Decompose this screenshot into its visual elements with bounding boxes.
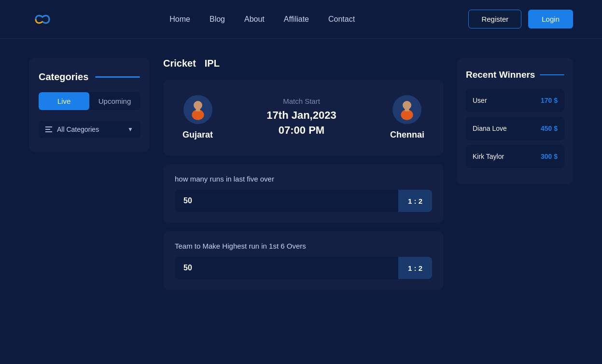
winner-name-3: Kirk Taylor [473,153,504,160]
team1-block: Gujarat [182,95,213,140]
sport-tag-cricket[interactable]: Cricket [163,58,196,69]
winner-row-3: Kirk Taylor 300 $ [466,145,564,168]
bet-odds-1: 1 : 2 [398,190,432,212]
bet-odds-2: 1 : 2 [398,257,432,279]
sport-tags: Cricket IPL [163,58,444,69]
tab-buttons: Live Upcoming [39,92,140,110]
svg-rect-3 [196,109,200,111]
dropdown-label: All Categories [57,126,99,133]
bet-row-2[interactable]: 50 1 : 2 [175,257,432,279]
register-button[interactable]: Register [468,10,521,28]
main-nav: Home Blog About Affiliate Contact [169,15,355,24]
bet-row-1[interactable]: 50 1 : 2 [175,190,432,212]
header-buttons: Register Login [468,10,573,28]
winner-amount-2: 450 $ [541,125,558,132]
winner-amount-3: 300 $ [541,153,558,160]
question-card-2: Team to Make Highest run in 1st 6 Overs … [163,231,444,290]
svg-point-5 [403,101,411,110]
nav-contact[interactable]: Contact [328,15,355,24]
winners-title-line [540,74,564,76]
match-info: Match Start 17th Jan,2023 07:00 PM [266,97,336,138]
team2-name: Chennai [390,130,424,140]
sidebar: Categories Live Upcoming All Categories … [29,58,150,152]
bet-value-1: 50 [175,190,398,212]
tab-live[interactable]: Live [39,92,89,110]
winner-name-2: Diana Love [473,125,507,132]
match-card: Gujarat Match Start 17th Jan,2023 07:00 … [163,80,444,155]
question-card-1: how many runs in last five over 50 1 : 2 [163,164,444,223]
right-panel: Recent Winners User 170 $ Diana Love 450… [457,58,573,184]
sport-tag-ipl[interactable]: IPL [205,58,220,69]
bet-value-2: 50 [175,257,398,279]
team1-avatar [183,95,212,124]
svg-point-1 [194,101,202,110]
tab-upcoming[interactable]: Upcoming [89,92,140,110]
question-text-2: Team to Make Highest run in 1st 6 Overs [175,242,432,250]
team1-name: Gujarat [182,130,213,140]
chevron-down-icon: ▼ [127,126,133,133]
nav-affiliate[interactable]: Affiliate [284,15,309,24]
winner-row-1: User 170 $ [466,89,564,112]
list-icon [45,126,52,132]
winner-row-2: Diana Love 450 $ [466,117,564,140]
question-text-1: how many runs in last five over [175,175,432,183]
team2-block: Chennai [390,95,424,140]
sidebar-title-line [95,76,140,78]
winner-name-1: User [473,97,487,104]
winner-amount-1: 170 $ [541,97,558,104]
match-date: 17th Jan,2023 07:00 PM [266,108,336,138]
winners-title: Recent Winners [466,70,564,80]
center-panel: Cricket IPL Gujarat [163,58,444,290]
login-button[interactable]: Login [528,10,573,28]
match-label: Match Start [266,97,336,105]
sidebar-title: Categories [39,71,140,83]
logo[interactable] [29,10,56,29]
nav-home[interactable]: Home [169,15,190,24]
main-content: Categories Live Upcoming All Categories … [0,39,602,309]
categories-dropdown[interactable]: All Categories ▼ [39,121,140,138]
svg-rect-7 [405,109,409,111]
nav-about[interactable]: About [244,15,265,24]
nav-blog[interactable]: Blog [210,15,225,24]
team2-avatar [392,95,421,124]
